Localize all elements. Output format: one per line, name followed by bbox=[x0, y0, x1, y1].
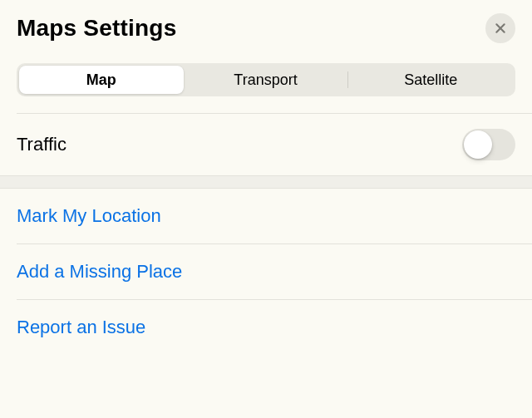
segment-map[interactable]: Map bbox=[19, 66, 184, 94]
toggle-knob bbox=[464, 130, 492, 159]
traffic-row: Traffic bbox=[0, 114, 532, 175]
action-mark-my-location[interactable]: Mark My Location bbox=[0, 189, 532, 243]
section-gap bbox=[0, 175, 532, 189]
segmented-control-wrap: Map Transport Satellite bbox=[0, 57, 532, 113]
segment-transport[interactable]: Transport bbox=[184, 66, 348, 94]
traffic-label: Traffic bbox=[17, 134, 66, 155]
segment-satellite[interactable]: Satellite bbox=[348, 66, 513, 94]
close-button[interactable] bbox=[485, 13, 515, 43]
action-add-missing-place[interactable]: Add a Missing Place bbox=[0, 244, 532, 299]
traffic-toggle[interactable] bbox=[462, 129, 515, 160]
header: Maps Settings bbox=[0, 0, 532, 57]
map-type-segmented-control[interactable]: Map Transport Satellite bbox=[17, 63, 515, 96]
page-title: Maps Settings bbox=[17, 15, 176, 42]
close-icon bbox=[494, 22, 507, 35]
action-report-issue[interactable]: Report an Issue bbox=[0, 300, 532, 355]
